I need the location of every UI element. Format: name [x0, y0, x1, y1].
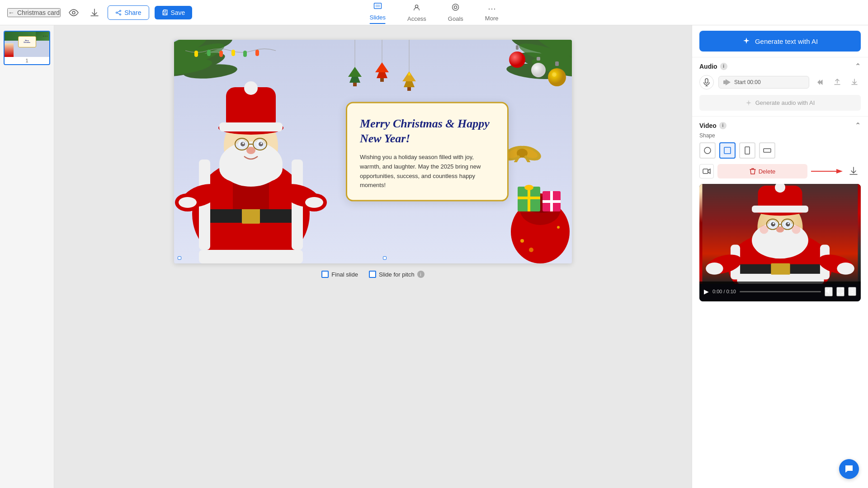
tab-goals-label: Goals: [448, 15, 463, 22]
slides-icon: [373, 1, 382, 13]
main-content: MerryChristmas ⋯ 1: [0, 25, 868, 488]
slide-for-pitch-checkbox-box[interactable]: [369, 271, 376, 278]
chat-bubble-button[interactable]: [839, 459, 859, 479]
final-slide-checkbox[interactable]: Final slide: [321, 271, 358, 278]
preview-button[interactable]: [66, 5, 81, 20]
svg-point-149: [792, 225, 800, 234]
goals-icon: [451, 3, 460, 14]
download-button[interactable]: [87, 5, 102, 20]
top-navigation: ← Christmas card Slides Access: [0, 0, 868, 25]
video-info-icon[interactable]: i: [719, 122, 726, 129]
hanging-decorations: [337, 40, 427, 99]
audio-download-button[interactable]: [848, 76, 861, 89]
svg-rect-1: [375, 5, 380, 7]
slide-for-pitch-info-icon[interactable]: i: [417, 271, 425, 278]
santa-video-preview: [699, 184, 861, 284]
shape-options: [699, 142, 861, 159]
final-slide-checkbox-box[interactable]: [321, 271, 329, 278]
slide-canvas[interactable]: Merry Christmas & Happy New Year! Wishin…: [174, 40, 572, 263]
slide-for-pitch-checkbox[interactable]: Slide for pitch i: [369, 271, 425, 278]
svg-point-30: [531, 63, 546, 77]
audio-info-icon[interactable]: i: [720, 63, 727, 70]
tab-more[interactable]: ⋯ More: [481, 2, 502, 23]
slide-number: 1: [5, 57, 49, 64]
share-button[interactable]: Share: [108, 5, 149, 20]
svg-point-126: [706, 263, 723, 275]
delete-button[interactable]: Delete: [717, 164, 807, 178]
video-controls-bar: ▶ 0:00 / 0:10 ⋮: [699, 282, 861, 301]
message-card-container: Merry Christmas & Happy New Year! Wishin…: [500, 141, 545, 163]
slide-options-icon[interactable]: ⋯: [42, 33, 48, 39]
svg-rect-56: [199, 250, 303, 263]
save-button[interactable]: Save: [155, 6, 193, 19]
svg-point-7: [116, 12, 118, 13]
video-more-options-button[interactable]: ⋮: [848, 287, 856, 296]
video-cam-icon: [699, 164, 714, 178]
video-progress-bar[interactable]: [740, 291, 821, 292]
audio-section-toggle[interactable]: ⌃: [855, 62, 861, 70]
video-actions: Delete: [699, 164, 861, 178]
svg-rect-39: [353, 83, 357, 86]
shape-landscape-button[interactable]: [759, 142, 775, 159]
final-slide-label: Final slide: [331, 271, 358, 278]
generate-audio-label: Generate audio with AI: [755, 99, 815, 106]
audio-upload-button[interactable]: [831, 76, 844, 89]
video-fullscreen-button[interactable]: [836, 287, 844, 296]
video-section-header: Video i ⌃: [692, 116, 868, 132]
shape-portrait-button[interactable]: [739, 142, 755, 159]
slide-thumbnail-1[interactable]: MerryChristmas ⋯ 1: [4, 31, 50, 65]
generate-text-ai-button[interactable]: Generate text with AI: [699, 31, 861, 52]
svg-point-3: [453, 4, 459, 10]
svg-marker-114: [708, 169, 710, 174]
tab-slides[interactable]: Slides: [366, 0, 389, 26]
svg-point-148: [760, 225, 768, 234]
svg-point-102: [557, 226, 560, 229]
save-label: Save: [171, 9, 185, 16]
svg-rect-97: [518, 197, 540, 199]
nav-tabs: Slides Access Goals ⋯ More: [366, 0, 502, 26]
svg-marker-116: [836, 169, 843, 174]
svg-point-100: [524, 185, 533, 190]
tab-goals[interactable]: Goals: [444, 1, 467, 24]
svg-rect-29: [537, 57, 540, 61]
video-download-button[interactable]: [846, 164, 861, 178]
svg-marker-41: [375, 62, 389, 72]
svg-point-78: [235, 138, 249, 150]
svg-rect-112: [764, 149, 771, 152]
gift-sack: [500, 173, 572, 263]
svg-rect-10: [164, 10, 166, 12]
svg-rect-47: [194, 51, 198, 57]
resize-handle-br[interactable]: [383, 256, 387, 260]
shape-circle-button[interactable]: [699, 142, 716, 159]
right-panel: Generate text with AI Audio i ⌃: [692, 25, 868, 488]
svg-point-109: [704, 147, 711, 154]
svg-rect-55: [242, 208, 260, 224]
svg-point-5: [72, 11, 75, 14]
svg-rect-52: [255, 50, 259, 56]
tab-access-label: Access: [407, 15, 426, 22]
tab-access[interactable]: Access: [404, 1, 430, 24]
video-play-button[interactable]: ▶: [704, 288, 709, 295]
svg-point-4: [454, 6, 457, 9]
audio-rewind-button[interactable]: [814, 76, 826, 89]
video-section-toggle[interactable]: ⌃: [855, 121, 861, 130]
back-button[interactable]: ← Christmas card: [7, 8, 61, 17]
tab-slides-label: Slides: [370, 14, 386, 21]
generate-audio-ai-button[interactable]: Generate audio with AI: [699, 95, 861, 111]
mic-button[interactable]: [699, 75, 714, 89]
back-arrow-icon: ←: [8, 9, 14, 16]
shape-square-button[interactable]: [719, 142, 736, 159]
video-volume-button[interactable]: [825, 287, 833, 296]
video-label: Video: [699, 122, 717, 129]
card-body: Wishing you a holiday season filled with…: [360, 153, 495, 190]
svg-rect-51: [243, 51, 247, 57]
video-section-title: Video i: [699, 122, 726, 129]
svg-point-64: [179, 197, 197, 208]
svg-point-65: [305, 197, 323, 208]
replace-arrow: [811, 168, 843, 175]
shape-label: Shape: [699, 132, 861, 139]
canvas-area: Merry Christmas & Happy New Year! Wishin…: [54, 25, 692, 488]
slide-for-pitch-label: Slide for pitch: [379, 271, 415, 278]
resize-handle-bl[interactable]: [178, 256, 181, 260]
svg-rect-45: [407, 87, 411, 91]
